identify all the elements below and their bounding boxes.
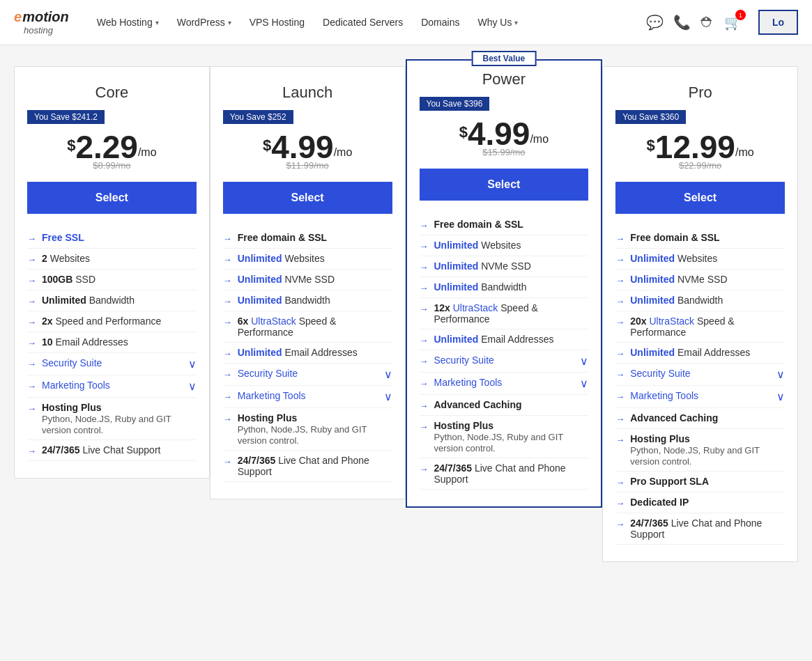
feature-text: Unlimited Bandwidth: [434, 281, 589, 293]
nav-dedicated-servers[interactable]: Dedicated Servers: [316, 11, 410, 33]
feature-highlight: Unlimited: [238, 347, 282, 358]
feature-link[interactable]: Marketing Tools: [630, 390, 698, 401]
toggle-icon[interactable]: ∨: [580, 377, 588, 390]
logo-hosting: hosting: [14, 25, 69, 36]
feature-item: → Pro Support SLA: [615, 472, 785, 492]
feature-bold: Hosting Plus: [630, 433, 690, 444]
feature-text: Unlimited Websites: [630, 253, 785, 264]
arrow-icon: →: [420, 335, 429, 345]
feature-link[interactable]: UltraStack: [453, 302, 498, 313]
toggle-icon[interactable]: ∨: [776, 390, 785, 403]
price-dollar-pro: $: [647, 137, 655, 155]
feature-highlight: Unlimited: [630, 274, 675, 285]
cart-icon[interactable]: 🛒 1: [724, 14, 742, 31]
feature-text: 24/7/365 Live Chat Support: [42, 444, 197, 456]
arrow-icon: →: [615, 498, 625, 508]
price-original-pro: $22.99/mo: [615, 160, 785, 171]
nav-wordpress[interactable]: WordPress ▾: [170, 11, 238, 33]
feature-link[interactable]: Security Suite: [42, 357, 102, 368]
plans-container: CoreYou Save $241.2 $ 2.29 /mo $8.99/mo …: [14, 66, 798, 562]
feature-link[interactable]: UltraStack: [650, 316, 695, 327]
price-original-power: $15.99/mo: [420, 147, 589, 157]
feature-item: → Unlimited Email Addresses: [420, 329, 589, 350]
arrow-icon: →: [420, 421, 429, 432]
logo-icon: e: [14, 9, 22, 25]
feature-bold: Dedicated IP: [630, 497, 689, 508]
feature-text: Unlimited NVMe SSD: [630, 274, 785, 285]
arrow-icon: →: [223, 275, 232, 286]
nav-domains[interactable]: Domains: [414, 11, 466, 33]
feature-text: 12x UltraStack Speed & Performance: [434, 302, 589, 325]
feature-text: 100GB SSD: [42, 274, 197, 285]
feature-bold: 24/7/365: [630, 518, 668, 529]
feature-text: Unlimited Websites: [238, 253, 392, 264]
feature-link[interactable]: Security Suite: [630, 368, 690, 379]
toggle-icon[interactable]: ∨: [188, 357, 197, 371]
feature-link[interactable]: Marketing Tools: [238, 390, 306, 401]
phone-icon[interactable]: 📞: [673, 14, 691, 31]
feature-highlight: Unlimited: [238, 295, 282, 306]
nav-web-hosting[interactable]: Web Hosting ▾: [90, 11, 166, 33]
feature-text: Advanced Caching: [434, 399, 589, 410]
arrow-icon: →: [223, 348, 232, 359]
nav-vps-hosting[interactable]: VPS Hosting: [243, 11, 312, 33]
feature-link[interactable]: Marketing Tools: [434, 377, 503, 388]
feature-link[interactable]: UltraStack: [251, 316, 296, 327]
toggle-icon[interactable]: ∨: [384, 390, 392, 403]
feature-text: Pro Support SLA: [630, 476, 785, 487]
nav-menu: Web Hosting ▾ WordPress ▾ VPS Hosting De…: [90, 11, 646, 33]
feature-link[interactable]: Security Suite: [434, 355, 494, 366]
savings-badge-pro: You Save $360: [615, 110, 686, 124]
feature-text: 2 Websites: [42, 253, 197, 264]
toggle-icon[interactable]: ∨: [188, 380, 197, 393]
toggle-icon[interactable]: ∨: [776, 368, 785, 381]
feature-item: → Unlimited NVMe SSD: [615, 270, 785, 290]
select-button-power[interactable]: Select: [420, 169, 589, 201]
arrow-icon: →: [27, 446, 36, 456]
chevron-down-icon: ▾: [228, 19, 231, 26]
price-area-core: $ 2.29 /mo $8.99/mo: [27, 131, 197, 171]
feature-bold: 12x: [434, 302, 450, 313]
feature-text: Unlimited Email Addresses: [630, 347, 785, 358]
feature-item: → Unlimited Websites: [420, 235, 589, 256]
select-button-pro[interactable]: Select: [615, 182, 785, 214]
chat-icon[interactable]: 💬: [646, 14, 664, 31]
feature-highlight: Free SSL: [42, 232, 84, 243]
feature-highlight: Unlimited: [434, 240, 479, 251]
logo[interactable]: e motion hosting: [14, 9, 69, 36]
login-button[interactable]: Lo: [758, 10, 798, 35]
feature-item: → Unlimited Bandwidth: [27, 290, 197, 311]
arrow-icon: →: [420, 262, 429, 272]
select-button-launch[interactable]: Select: [223, 182, 392, 214]
features-list-launch: → Free domain & SSL → Unlimited Websites…: [223, 228, 392, 482]
feature-pro-support[interactable]: Pro Support: [630, 476, 687, 487]
feature-item: → Security Suite∨: [223, 364, 392, 386]
price-value-pro: 12.99: [655, 131, 735, 163]
feature-link[interactable]: Marketing Tools: [42, 380, 110, 391]
toggle-icon[interactable]: ∨: [384, 368, 392, 381]
toggle-icon[interactable]: ∨: [580, 355, 588, 368]
feature-bold: 24/7/365: [42, 444, 80, 456]
nav-why-us[interactable]: Why Us ▾: [470, 11, 525, 33]
feature-item: → 2 Websites: [27, 249, 197, 270]
cart-badge: 1: [735, 10, 746, 20]
feature-item: → Marketing Tools∨: [420, 373, 589, 395]
feature-item: → 20x UltraStack Speed & Performance: [615, 311, 785, 343]
arrow-icon: →: [615, 254, 625, 265]
select-button-core[interactable]: Select: [27, 182, 197, 214]
feature-text: Unlimited Email Addresses: [238, 347, 392, 358]
feature-item: → 24/7/365 Live Chat and Phone Support: [420, 458, 589, 490]
plan-card-launch: LaunchYou Save $252 $ 4.99 /mo $11.99/mo…: [210, 66, 406, 499]
feature-bold: Advanced Caching: [434, 399, 522, 410]
feature-link[interactable]: Security Suite: [238, 368, 298, 379]
arrow-icon: →: [420, 304, 429, 314]
help-icon[interactable]: ⛑: [700, 15, 714, 31]
chevron-down-icon: ▾: [514, 19, 518, 26]
feature-item: → Unlimited Bandwidth: [223, 290, 392, 311]
feature-item: → 2x Speed and Performance: [27, 311, 197, 332]
feature-item: → Unlimited Websites: [223, 249, 392, 270]
navigation: e motion hosting Web Hosting ▾ WordPress…: [0, 0, 812, 45]
feature-item: → Unlimited Bandwidth: [420, 277, 589, 298]
price-value-power: 4.99: [468, 118, 530, 150]
feature-text: Marketing Tools: [630, 390, 771, 401]
